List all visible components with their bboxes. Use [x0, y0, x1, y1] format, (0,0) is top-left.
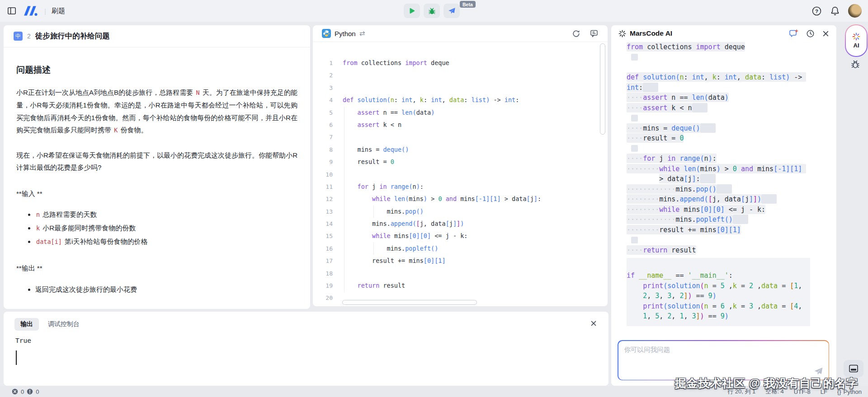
top-bar: | 刷题 Beta ?: [0, 0, 868, 22]
format-code-icon[interactable]: [590, 29, 599, 38]
marscode-ai-panel: MarsCode AI from collections import dequ…: [611, 25, 836, 386]
language-label: Python: [335, 30, 356, 37]
output-result: True: [15, 337, 609, 344]
editor-hscroll-track: [341, 298, 601, 306]
history-icon[interactable]: [806, 29, 815, 38]
editor-vertical-scrollbar[interactable]: [600, 43, 605, 135]
beta-badge: Beta: [460, 1, 476, 8]
code-editor[interactable]: 1234567891011121314151617181920 from col…: [313, 42, 608, 306]
bug-icon: [428, 7, 436, 15]
divider: |: [44, 7, 46, 15]
terminal-cursor: [16, 350, 17, 365]
language-mode[interactable]: {} Python: [837, 388, 862, 395]
ai-header: MarsCode AI: [611, 25, 836, 42]
keyboard-button[interactable]: [844, 360, 863, 377]
eol-sequence[interactable]: LF: [821, 388, 827, 395]
indent-guide: [373, 243, 374, 255]
description-paragraph: 现在，小R希望在保证每天食物消耗的前提下，以最小的花费完成这次徒步旅行。你能帮助…: [16, 149, 297, 174]
nav-item-practice[interactable]: 刷题: [52, 7, 65, 15]
ai-code-diff: from collections import dequedef solutio…: [627, 42, 810, 255]
output-label: **输出 **: [16, 262, 297, 275]
bell-icon[interactable]: [830, 6, 840, 16]
send-icon[interactable]: [813, 366, 823, 376]
marscode-logo-icon[interactable]: [22, 5, 39, 17]
editor-code[interactable]: from collections import dequedef solutio…: [340, 42, 541, 306]
status-bar-right: 行 20, 列 1 空格: 4 UTF-8 LF {} Python: [727, 388, 868, 396]
help-icon[interactable]: ?: [811, 6, 822, 16]
input-list: n 总路程需要的天数k 小R最多能同时携带食物的份数data[i] 第i天补给站…: [16, 208, 297, 248]
difficulty-badge: 中: [14, 32, 23, 41]
warning-icon: [27, 388, 33, 395]
ai-sidebar-button[interactable]: AI: [845, 24, 868, 57]
ai-pill-label: AI: [854, 42, 859, 49]
run-icon: [408, 7, 415, 14]
code-editor-panel: Python ⇄ 1234567891011121314151617181920…: [313, 25, 608, 306]
problem-number: 2: [27, 33, 31, 40]
language-switch-icon[interactable]: ⇄: [359, 29, 365, 37]
indentation[interactable]: 空格: 4: [765, 388, 783, 396]
reset-code-icon[interactable]: [572, 29, 580, 38]
indent-guide: [373, 206, 374, 218]
paper-plane-icon: [448, 7, 456, 15]
debug-tool-icon[interactable]: [850, 60, 860, 70]
close-ai-icon[interactable]: [822, 30, 829, 37]
error-icon: [12, 388, 18, 395]
sparkle-icon: [618, 30, 626, 37]
editor-horizontal-scrollbar[interactable]: [342, 300, 477, 305]
cursor-position[interactable]: 行 20, 列 1: [727, 388, 755, 396]
problems-summary[interactable]: 0 0: [0, 388, 39, 395]
submit-button[interactable]: [443, 4, 460, 18]
close-output-icon[interactable]: [590, 320, 597, 327]
problem-title: 徒步旅行中的补给问题: [35, 31, 110, 41]
output-tabs: 输出 调试控制台: [4, 312, 609, 331]
python-icon: [322, 29, 331, 38]
editor-header: Python ⇄: [313, 25, 608, 42]
status-bar: 0 0 行 20, 列 1 空格: 4 UTF-8 LF {} Python: [0, 386, 868, 397]
tab-debug-console[interactable]: 调试控制台: [48, 320, 80, 328]
run-controls: Beta: [404, 4, 460, 18]
braces-icon: {}: [837, 388, 841, 395]
chat-placeholder: 你可以问我问题: [624, 346, 670, 354]
top-bar-left: | 刷题: [7, 0, 65, 22]
run-button[interactable]: [404, 4, 420, 18]
output-list: 返回完成这次徒步旅行的最小花费: [16, 283, 297, 296]
top-bar-right: ?: [811, 0, 862, 22]
output-panel: 输出 调试控制台 True: [4, 312, 609, 386]
app: | 刷题 Beta ? 中 2: [0, 0, 868, 397]
problem-header: 中 2 徒步旅行中的补给问题: [4, 25, 310, 47]
ai-chat-content: from collections import dequedef solutio…: [627, 42, 810, 333]
description-paragraph: 小R正在计划一次从地点A到地点B的徒步旅行，总路程需要 N 天。为了在旅途中保持…: [16, 86, 297, 137]
avatar[interactable]: [848, 4, 862, 18]
ai-panel-title: MarsCode AI: [630, 29, 672, 37]
new-chat-icon[interactable]: [789, 29, 798, 38]
chat-input[interactable]: 你可以问我问题: [618, 341, 829, 380]
indent-guide: [344, 107, 344, 292]
sidebar-toggle-icon[interactable]: [7, 6, 16, 15]
editor-gutter: 1234567891011121314151617181920: [313, 42, 340, 306]
error-count: 0: [21, 388, 24, 395]
chat-input-border: 你可以问我问题: [618, 340, 829, 380]
description-heading: 问题描述: [16, 64, 297, 76]
debug-button[interactable]: [424, 4, 440, 18]
encoding[interactable]: UTF-8: [794, 388, 811, 395]
tab-output[interactable]: 输出: [14, 318, 39, 331]
problem-description: 问题描述 小R正在计划一次从地点A到地点B的徒步旅行，总路程需要 N 天。为了在…: [4, 47, 310, 309]
input-label: **输入 **: [16, 187, 297, 200]
warning-count: 0: [36, 388, 39, 395]
ai-code-block: if __name__ == '__main__': print(solutio…: [627, 258, 810, 326]
svg-text:?: ?: [815, 8, 818, 14]
problem-panel: 中 2 徒步旅行中的补给问题 问题描述 小R正在计划一次从地点A到地点B的徒步旅…: [4, 25, 310, 309]
